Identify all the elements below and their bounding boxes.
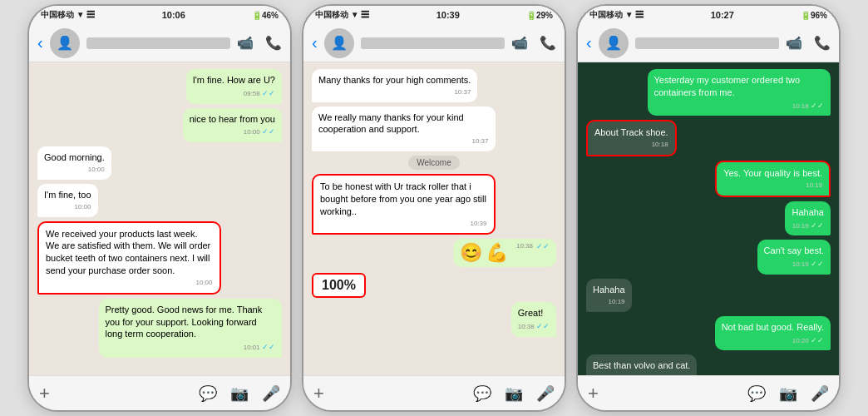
chat-icon[interactable]: 💬	[747, 384, 766, 403]
message-text: I'm fine. How are U?	[193, 74, 275, 87]
emoji-message-out: 😊💪10:38 ✓✓	[453, 239, 556, 267]
checkmarks: ✓✓	[811, 221, 824, 230]
message-text: Not bad but good. Really.	[722, 321, 824, 334]
back-button[interactable]: ‹	[37, 33, 43, 52]
bottom-bar: + 💬 📷 🎤	[303, 375, 565, 410]
chat-icon[interactable]: 💬	[199, 384, 217, 403]
chat-area: Yesterday my customer ordered two contai…	[578, 62, 839, 375]
plus-button[interactable]: +	[313, 383, 324, 404]
message-time: 10:19 ✓✓	[792, 220, 824, 231]
message-time: 10:38 ✓✓	[518, 321, 550, 332]
status-time: 10:27	[711, 10, 734, 20]
message-text: We really many thanks for your kind coop…	[318, 111, 489, 136]
carrier-text: 中国移动 ▼ ☰	[41, 9, 95, 21]
message-text: Hahaha	[792, 206, 824, 219]
message-text: Yesterday my customer ordered two contai…	[654, 74, 825, 99]
emoji: 😊	[460, 242, 482, 264]
phone-2: 中国移动 ▼ ☰ 10:39 🔋29% ‹ 👤 📹 📞 Many thanks …	[302, 4, 566, 412]
message-in: Hahaha10:19	[586, 279, 632, 312]
video-call-icon[interactable]: 📹	[786, 35, 802, 51]
back-button[interactable]: ‹	[312, 33, 318, 52]
message-text: Yes. Your quality is best.	[723, 167, 822, 180]
message-in: About Track shoe.10:18	[586, 120, 677, 156]
chat-icon[interactable]: 💬	[473, 384, 491, 403]
message-in: Best than volvo and cat.10:20	[586, 354, 697, 375]
checkmarks: ✓✓	[262, 89, 275, 97]
message-time: 10:18 ✓✓	[654, 101, 825, 111]
message-out: Yes. Your quality is best.10:19	[715, 161, 831, 197]
message-time: 10:01 ✓✓	[106, 342, 276, 353]
message-in: We received your products last week. We …	[37, 221, 221, 295]
video-call-icon[interactable]: 📹	[511, 35, 528, 51]
header-bar: ‹ 👤 📹 📞	[29, 24, 290, 62]
voice-call-icon[interactable]: 📞	[540, 35, 556, 51]
status-bar: 中国移动 ▼ ☰ 10:27 🔋96%	[578, 6, 839, 24]
message-text: Pretty good. Good news for me. Thank you…	[106, 304, 276, 341]
message-in: We really many thanks for your kind coop…	[312, 106, 496, 151]
message-time: 10:37	[318, 137, 489, 146]
message-text: Many thanks for your high comments.	[318, 74, 471, 87]
mic-icon[interactable]: 🎤	[811, 384, 829, 403]
message-in: To be honest with Ur track roller that i…	[312, 174, 496, 235]
message-time: 10:19	[723, 181, 822, 191]
contact-name	[635, 37, 779, 49]
status-time: 10:39	[436, 10, 460, 20]
camera-icon[interactable]: 📷	[505, 384, 523, 403]
message-out: Great!10:38 ✓✓	[511, 302, 556, 337]
message-time: 10:38	[516, 242, 533, 264]
message-time: 10:00	[46, 279, 213, 288]
header-icons: 📹 📞	[786, 35, 831, 51]
bottom-icons: 💬 📷 🎤	[747, 384, 829, 403]
carrier-text: 中国移动 ▼ ☰	[589, 9, 644, 21]
message-text: I'm fine, too	[44, 189, 91, 201]
message-time: 10:20	[593, 374, 690, 375]
message-time: 10:18	[594, 141, 668, 150]
message-time: 10:20 ✓✓	[722, 335, 824, 346]
header-bar: ‹ 👤 📹 📞	[303, 24, 565, 62]
message-text: Good morning.	[44, 151, 105, 164]
battery-info: 🔋29%	[526, 11, 553, 20]
message-time: 10:19 ✓✓	[764, 259, 824, 270]
battery-info: 🔋46%	[252, 11, 279, 20]
plus-button[interactable]: +	[39, 383, 50, 404]
mic-icon[interactable]: 🎤	[262, 384, 280, 403]
message-text: Great!	[518, 307, 550, 319]
back-button[interactable]: ‹	[586, 33, 592, 52]
message-text: Hahaha	[593, 284, 625, 296]
voice-call-icon[interactable]: 📞	[265, 35, 282, 51]
checkmarks: ✓✓	[262, 343, 275, 351]
message-text: About Track shoe.	[594, 126, 668, 139]
checkmarks: ✓✓	[811, 336, 824, 344]
contact-name	[86, 37, 230, 49]
status-bar: 中国移动 ▼ ☰ 10:06 🔋46%	[29, 6, 290, 24]
message-center: Welcome	[408, 156, 460, 170]
avatar: 👤	[324, 28, 354, 58]
voice-call-icon[interactable]: 📞	[814, 35, 831, 51]
checkmarks: ✓✓	[536, 322, 550, 330]
header-bar: ‹ 👤 📹 📞	[578, 24, 839, 62]
message-out: Pretty good. Good news for me. Thank you…	[99, 299, 283, 358]
message-out: Yesterday my customer ordered two contai…	[648, 69, 831, 116]
message-time: 10:00	[44, 166, 105, 175]
camera-icon[interactable]: 📷	[230, 384, 249, 403]
message-text: Best than volvo and cat.	[593, 359, 690, 372]
message-out: I'm fine. How are U?09:58 ✓✓	[186, 69, 282, 104]
camera-icon[interactable]: 📷	[779, 384, 797, 403]
message-out: Not bad but good. Really.10:20 ✓✓	[715, 316, 831, 351]
message-text: Can't say best.	[764, 245, 824, 257]
message-in: Good morning.10:00	[37, 146, 111, 180]
video-call-icon[interactable]: 📹	[237, 35, 254, 51]
header-icons: 📹 📞	[237, 35, 282, 51]
chat-area: Many thanks for your high comments.10:37…	[303, 62, 565, 375]
message-out: nice to hear from you10:00 ✓✓	[183, 108, 282, 143]
message-time: 10:37	[318, 88, 471, 97]
mic-icon[interactable]: 🎤	[536, 384, 555, 403]
avatar: 👤	[599, 28, 629, 58]
chat-area: I'm fine. How are U?09:58 ✓✓nice to hear…	[29, 62, 290, 375]
status-bar: 中国移动 ▼ ☰ 10:39 🔋29%	[303, 6, 565, 24]
plus-button[interactable]: +	[588, 383, 599, 404]
bottom-icons: 💬 📷 🎤	[199, 384, 280, 403]
checkmarks: ✓✓	[811, 102, 824, 110]
header-icons: 📹 📞	[511, 35, 556, 51]
message-text: To be honest with Ur track roller that i…	[320, 181, 487, 218]
